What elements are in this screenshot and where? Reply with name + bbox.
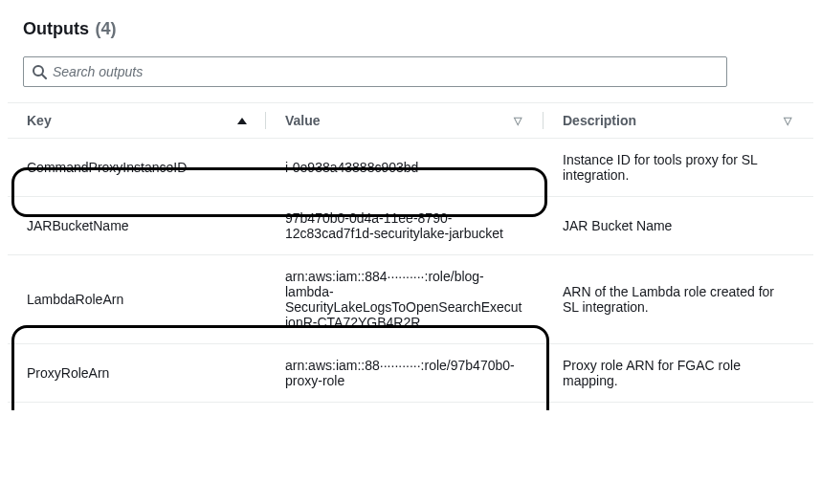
sort-icon: [515, 118, 524, 124]
cell-description: JAR Bucket Name: [544, 197, 813, 255]
cell-description: ARN of the Lambda role created for SL in…: [544, 255, 813, 344]
column-label: Key: [27, 113, 52, 128]
svg-line-1: [42, 75, 46, 78]
table-row: LambdaRoleArn arn:aws:iam::884··········…: [8, 255, 813, 344]
panel-count: (4): [95, 19, 116, 38]
column-label: Value: [285, 113, 321, 128]
search-box[interactable]: [23, 56, 727, 87]
search-container: [8, 56, 813, 103]
cell-description: Proxy role ARN for FGAC role mapping.: [544, 344, 813, 403]
cell-description: Instance ID for tools proxy for SL integ…: [544, 139, 813, 197]
search-input[interactable]: [53, 64, 719, 79]
search-icon: [32, 64, 47, 79]
cell-key: LambdaRoleArn: [8, 255, 266, 344]
table-row: CommandProxyInstanceID i-0e938a43888c903…: [8, 139, 813, 197]
table-row: JARBucketName 97b470b0-0d4a-11ee-8790-12…: [8, 197, 813, 255]
cell-value: i-0e938a43888c903bd: [266, 139, 544, 197]
panel-header: Outputs (4): [8, 19, 813, 39]
table-row: ProxyRoleArn arn:aws:iam::88···········:…: [8, 344, 813, 403]
cell-key: ProxyRoleArn: [8, 344, 266, 403]
cell-key: JARBucketName: [8, 197, 266, 255]
panel-title: Outputs: [23, 19, 89, 38]
column-header-key[interactable]: Key: [8, 103, 266, 139]
column-header-description[interactable]: Description: [544, 103, 813, 139]
cell-value: arn:aws:iam::88···········:role/97b470b0…: [266, 344, 544, 403]
outputs-panel: Outputs (4) Key: [8, 19, 813, 403]
table-header-row: Key Value Description: [8, 103, 813, 139]
column-label: Description: [563, 113, 636, 128]
cell-key: CommandProxyInstanceID: [8, 139, 266, 197]
sort-icon: [785, 118, 794, 124]
column-header-value[interactable]: Value: [266, 103, 544, 139]
cell-value: arn:aws:iam::884··········:role/blog-lam…: [266, 255, 544, 344]
sort-asc-icon: [237, 118, 247, 124]
outputs-table: Key Value Description: [8, 103, 813, 403]
cell-value: 97b470b0-0d4a-11ee-8790-12c83cad7f1d-sec…: [266, 197, 544, 255]
